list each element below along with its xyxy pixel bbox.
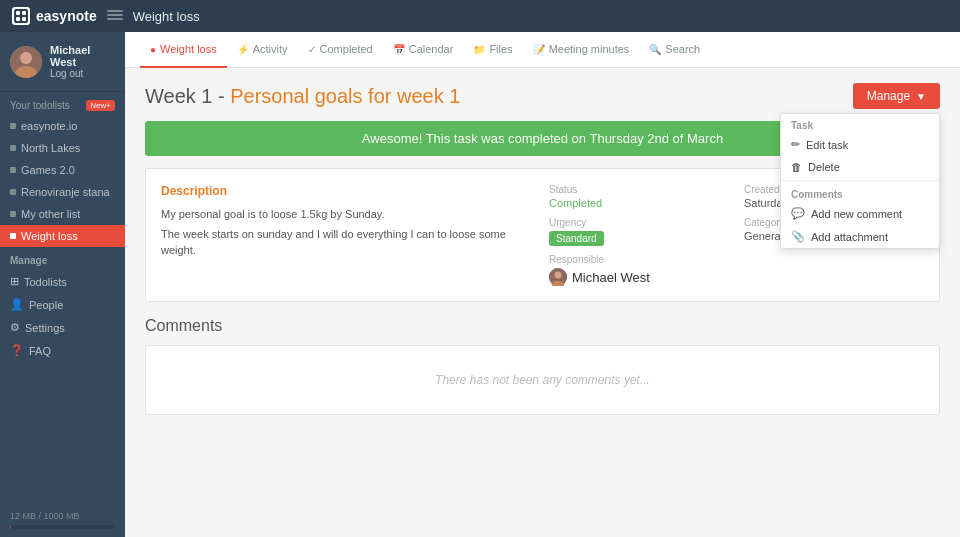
activity-icon: ⚡: [237, 44, 249, 55]
subnav-label: Weight loss: [160, 43, 217, 55]
svg-rect-4: [22, 17, 26, 21]
comments-section: Comments There has not been any comments…: [145, 317, 940, 415]
manage-item-label: People: [29, 299, 63, 311]
item-dot: [10, 123, 16, 129]
svg-rect-5: [107, 10, 123, 12]
new-badge[interactable]: New+: [86, 100, 115, 111]
description-title: Description: [161, 184, 534, 198]
sidebar-manage-todolists[interactable]: ⊞ Todolists: [0, 270, 125, 293]
app-body: Michael West Log out Your todolists New+…: [0, 32, 960, 537]
subnav-search[interactable]: 🔍 Search: [639, 33, 710, 68]
sidebar-item-label: Weight loss: [21, 230, 78, 242]
dropdown-add-attachment[interactable]: 📎 Add attachment: [781, 225, 939, 248]
subnav-meeting-minutes[interactable]: 📝 Meeting minutes: [523, 33, 640, 68]
navbar-page-title: Weight loss: [133, 9, 200, 24]
brand[interactable]: easynote: [12, 7, 97, 25]
svg-rect-2: [22, 11, 26, 15]
sidebar-manage-people[interactable]: 👤 People: [0, 293, 125, 316]
sidebar-manage-settings[interactable]: ⚙ Settings: [0, 316, 125, 339]
todolists-section: Your todolists New+: [0, 92, 125, 115]
add-comment-label: Add new comment: [811, 208, 902, 220]
chevron-down-icon: ▼: [916, 91, 926, 102]
manage-section-title: Manage: [0, 247, 125, 270]
edit-label: Edit task: [806, 139, 848, 151]
navbar-divider: [107, 9, 123, 24]
manage-button[interactable]: Manage ▼: [853, 83, 940, 109]
sidebar-item-games[interactable]: Games 2.0: [0, 159, 125, 181]
svg-rect-6: [107, 14, 123, 16]
subnav-label: Meeting minutes: [549, 43, 630, 55]
responsible-name: Michael West: [572, 270, 650, 285]
logout-link[interactable]: Log out: [50, 68, 115, 79]
sidebar: Michael West Log out Your todolists New+…: [0, 32, 125, 537]
sidebar-manage-faq[interactable]: ❓ FAQ: [0, 339, 125, 362]
status-label: Status: [549, 184, 729, 195]
sidebar-item-label: easynote.io: [21, 120, 77, 132]
item-dot: [10, 167, 16, 173]
svg-point-9: [20, 52, 32, 64]
item-dot: [10, 145, 16, 151]
sidebar-item-label: Renoviranje stana: [21, 186, 110, 198]
meeting-icon: 📝: [533, 44, 545, 55]
responsible-label: Responsible: [549, 254, 729, 265]
sidebar-item-easynote[interactable]: easynote.io: [0, 115, 125, 137]
manage-btn-wrapper: Manage ▼ Task ✏ Edit task 🗑 Delete: [853, 83, 940, 109]
manage-item-label: Settings: [25, 322, 65, 334]
sidebar-item-other[interactable]: My other list: [0, 203, 125, 225]
subnav-label: Activity: [253, 43, 288, 55]
description-section: Description My personal goal is to loose…: [161, 184, 534, 286]
sidebar-user-info: Michael West Log out: [50, 44, 115, 79]
delete-label: Delete: [808, 161, 840, 173]
subnav-weight-loss[interactable]: ● Weight loss: [140, 33, 227, 68]
attachment-icon: 📎: [791, 230, 805, 243]
people-icon: 👤: [10, 298, 24, 311]
svg-rect-0: [14, 9, 28, 23]
subnav-label: Search: [665, 43, 700, 55]
sidebar-item-weight-loss[interactable]: Weight loss: [0, 225, 125, 247]
comments-title: Comments: [145, 317, 940, 335]
content: Week 1 - Personal goals for week 1 Manag…: [125, 68, 960, 537]
subnav-activity[interactable]: ⚡ Activity: [227, 33, 298, 68]
calendar-icon: 📅: [393, 44, 405, 55]
svg-rect-7: [107, 18, 123, 20]
sidebar-footer: 12 MB / 1000 MB: [0, 503, 125, 537]
dropdown-task-section: Task: [781, 114, 939, 133]
urgency-badge: Standard: [549, 231, 604, 246]
manage-item-label: FAQ: [29, 345, 51, 357]
status-value: Completed: [549, 197, 729, 209]
item-dot: [10, 233, 16, 239]
logo-icon: [12, 7, 30, 25]
sidebar-item-label: My other list: [21, 208, 80, 220]
item-dot: [10, 211, 16, 217]
subnav-completed[interactable]: ✓ Completed: [298, 33, 383, 68]
status-section: Status Completed Urgency Standard Respon…: [549, 184, 729, 286]
dropdown-add-comment[interactable]: 💬 Add new comment: [781, 202, 939, 225]
dropdown-delete[interactable]: 🗑 Delete: [781, 156, 939, 178]
manage-button-label: Manage: [867, 89, 910, 103]
storage-progress-bar: [10, 525, 115, 529]
storage-progress-fill: [10, 525, 11, 529]
sidebar-item-label: North Lakes: [21, 142, 80, 154]
responsible-row: Michael West: [549, 268, 729, 286]
page-title-text: Weight loss: [133, 9, 200, 24]
navbar: easynote Weight loss: [0, 0, 960, 32]
dropdown-edit-task[interactable]: ✏ Edit task: [781, 133, 939, 156]
storage-label: 12 MB / 1000 MB: [10, 511, 115, 521]
comments-empty: There has not been any comments yet...: [435, 373, 650, 387]
comment-icon: 💬: [791, 207, 805, 220]
description-line2: The week starts on sunday and I will do …: [161, 226, 534, 259]
svg-rect-3: [16, 17, 20, 21]
brand-name: easynote: [36, 8, 97, 24]
dropdown-comments-section: Comments: [781, 183, 939, 202]
subnav-calendar[interactable]: 📅 Calendar: [383, 33, 464, 68]
username: Michael West: [50, 44, 115, 68]
svg-rect-1: [16, 11, 20, 15]
task-header: Week 1 - Personal goals for week 1 Manag…: [145, 83, 940, 109]
trash-icon: 🗑: [791, 161, 802, 173]
subnav-label: Files: [489, 43, 512, 55]
svg-point-12: [555, 272, 562, 279]
subnav-label: Calendar: [409, 43, 454, 55]
sidebar-item-north-lakes[interactable]: North Lakes: [0, 137, 125, 159]
subnav-files[interactable]: 📁 Files: [463, 33, 522, 68]
sidebar-item-renoviranje[interactable]: Renoviranje stana: [0, 181, 125, 203]
